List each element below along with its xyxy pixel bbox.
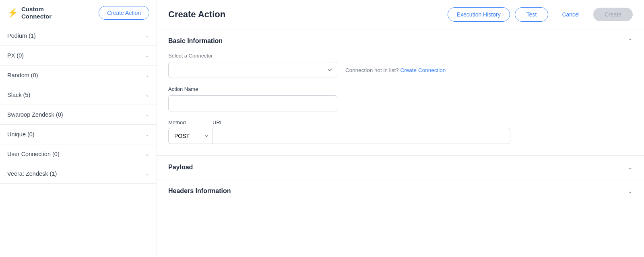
chevron-down-icon: ⌄ bbox=[145, 72, 149, 78]
sidebar-item-unique[interactable]: Unique (0) ⌄ bbox=[0, 125, 157, 144]
sidebar-item-label: Podium (1) bbox=[7, 33, 36, 39]
chevron-down-icon: ⌄ bbox=[145, 112, 149, 117]
url-input[interactable] bbox=[213, 128, 510, 144]
method-url-group: Method URL POST GET PUT PATCH DELETE bbox=[168, 119, 633, 144]
headers-section: Headers Information ⌄ bbox=[157, 179, 644, 203]
sidebar: ⚡ Custom Connector Create Action Podium … bbox=[0, 0, 157, 257]
sidebar-item-label: PX (0) bbox=[7, 52, 24, 59]
sidebar-item-label: User Connection (0) bbox=[7, 151, 60, 157]
payload-header[interactable]: Payload ⌄ bbox=[157, 156, 644, 179]
main-panel: Create Action Execution History Test Can… bbox=[157, 0, 644, 257]
basic-information-header[interactable]: Basic Information ⌃ bbox=[157, 29, 644, 53]
execution-history-button[interactable]: Execution History bbox=[448, 7, 510, 22]
headers-header[interactable]: Headers Information ⌄ bbox=[157, 179, 644, 203]
chevron-down-icon: ⌄ bbox=[145, 53, 149, 58]
connector-row: Connection not in list? Create Connectio… bbox=[168, 62, 633, 78]
cancel-button[interactable]: Cancel bbox=[553, 8, 588, 21]
chevron-down-icon: ⌄ bbox=[145, 92, 149, 98]
method-label: Method bbox=[168, 119, 213, 125]
basic-information-section: Basic Information ⌃ Select a Connector C… bbox=[157, 29, 644, 156]
url-label: URL bbox=[213, 119, 223, 125]
sidebar-item-px[interactable]: PX (0) ⌄ bbox=[0, 46, 157, 66]
page-title: Create Action bbox=[168, 9, 225, 20]
sidebar-item-label: Veera: Zendesk (1) bbox=[7, 171, 57, 177]
method-url-row: POST GET PUT PATCH DELETE bbox=[168, 128, 633, 144]
connector-icon: ⚡ bbox=[7, 8, 18, 18]
connector-select[interactable] bbox=[168, 62, 337, 78]
sidebar-item-user-connection[interactable]: User Connection (0) ⌄ bbox=[0, 144, 157, 164]
sidebar-item-podium[interactable]: Podium (1) ⌄ bbox=[0, 26, 157, 46]
action-name-input[interactable] bbox=[168, 95, 337, 111]
connector-form-group: Select a Connector Connection not in lis… bbox=[168, 53, 633, 78]
create-button[interactable]: Create bbox=[593, 8, 633, 21]
brand-text: Custom Connector bbox=[21, 6, 52, 20]
chevron-down-icon: ⌄ bbox=[628, 188, 633, 194]
chevron-down-icon: ⌄ bbox=[145, 132, 149, 137]
sidebar-item-swaroop-zendesk[interactable]: Swaroop Zendesk (0) ⌄ bbox=[0, 105, 157, 125]
headers-title: Headers Information bbox=[168, 187, 231, 195]
chevron-up-icon: ⌃ bbox=[628, 38, 633, 44]
main-content: Basic Information ⌃ Select a Connector C… bbox=[157, 29, 644, 257]
sidebar-item-label: Random (0) bbox=[7, 72, 38, 78]
sidebar-item-veera-zendesk[interactable]: Veera: Zendesk (1) ⌄ bbox=[0, 164, 157, 184]
sidebar-item-random[interactable]: Random (0) ⌄ bbox=[0, 66, 157, 85]
brand: ⚡ Custom Connector bbox=[7, 6, 52, 20]
payload-title: Payload bbox=[168, 164, 193, 171]
method-select[interactable]: POST GET PUT PATCH DELETE bbox=[168, 128, 213, 144]
chevron-down-icon: ⌄ bbox=[145, 33, 149, 39]
create-action-button[interactable]: Create Action bbox=[99, 6, 149, 20]
test-button[interactable]: Test bbox=[515, 7, 549, 22]
header-actions: Execution History Test Cancel Create bbox=[448, 7, 633, 22]
sidebar-item-slack[interactable]: Slack (5) ⌄ bbox=[0, 85, 157, 105]
payload-section: Payload ⌄ bbox=[157, 156, 644, 179]
connector-label: Select a Connector bbox=[168, 53, 633, 59]
connection-hint: Connection not in list? Create Connectio… bbox=[345, 67, 446, 73]
sidebar-header: ⚡ Custom Connector Create Action bbox=[0, 0, 157, 26]
chevron-down-icon: ⌄ bbox=[145, 171, 149, 177]
chevron-down-icon: ⌄ bbox=[145, 151, 149, 157]
action-name-form-group: Action Name bbox=[168, 86, 633, 111]
basic-information-body: Select a Connector Connection not in lis… bbox=[157, 53, 644, 155]
basic-information-title: Basic Information bbox=[168, 37, 223, 45]
sidebar-item-label: Slack (5) bbox=[7, 92, 30, 98]
chevron-down-icon: ⌄ bbox=[628, 164, 633, 171]
main-header: Create Action Execution History Test Can… bbox=[157, 0, 644, 29]
sidebar-list: Podium (1) ⌄ PX (0) ⌄ Random (0) ⌄ Slack… bbox=[0, 26, 157, 257]
sidebar-item-label: Swaroop Zendesk (0) bbox=[7, 111, 63, 118]
method-url-labels: Method URL bbox=[168, 119, 633, 125]
create-connection-link[interactable]: Create Connection bbox=[400, 67, 446, 73]
sidebar-item-label: Unique (0) bbox=[7, 131, 35, 138]
action-name-label: Action Name bbox=[168, 86, 633, 92]
